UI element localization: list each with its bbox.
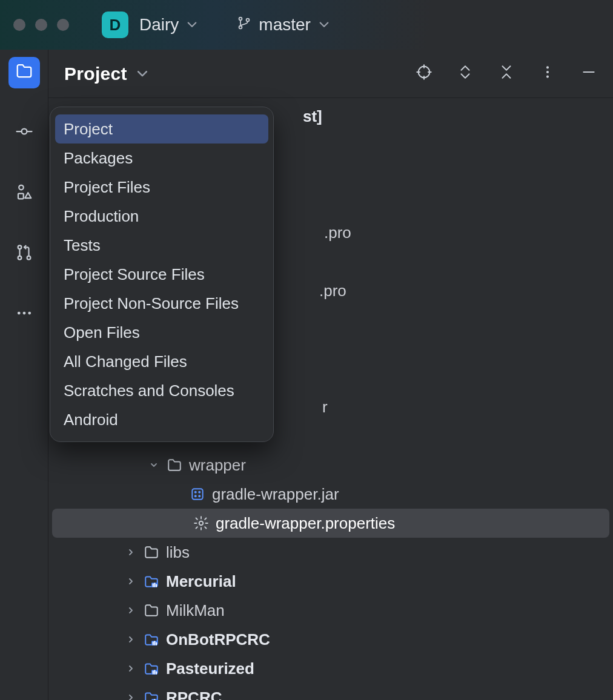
tree-row-label: Pasteurized (166, 659, 254, 678)
tree-row[interactable]: Pasteurized (48, 654, 613, 683)
git-branch-icon (237, 15, 251, 35)
module-icon (143, 632, 160, 647)
expand-collapse-button[interactable] (456, 64, 475, 84)
module-icon (143, 690, 160, 700)
module-icon (143, 573, 160, 589)
git-branch-dropdown[interactable]: master (237, 15, 330, 35)
project-panel-header: Project (48, 50, 613, 98)
tree-twisty-icon[interactable] (125, 693, 137, 700)
tree-twisty-icon[interactable] (125, 635, 137, 644)
folder-icon (15, 62, 33, 84)
jar-icon (189, 486, 206, 502)
left-toolwindow-bar (0, 50, 48, 700)
pull-requests-tool-button[interactable] (8, 239, 40, 270)
module-icon (143, 661, 160, 676)
tree-row-label: RPCRC (166, 688, 222, 700)
svg-point-29 (199, 521, 204, 526)
tree-row-label: gradle-wrapper.properties (216, 514, 395, 533)
tree-row-label: wrapper (189, 456, 246, 475)
view-menu-item[interactable]: Project Non-Source Files (55, 289, 268, 318)
collapse-all-button[interactable] (497, 64, 516, 84)
view-menu-item[interactable]: Packages (55, 144, 268, 173)
svg-point-22 (547, 76, 548, 77)
svg-point-27 (195, 496, 196, 497)
view-menu-item[interactable]: Scratches and Consoles (55, 376, 268, 405)
svg-point-3 (21, 129, 27, 134)
tree-fragment-label: .pro (319, 282, 346, 300)
svg-point-6 (19, 185, 24, 190)
chevron-down-icon (136, 64, 149, 84)
crosshair-icon (416, 64, 432, 84)
window-controls (13, 19, 69, 31)
svg-point-12 (18, 312, 20, 314)
tree-row[interactable]: RPCRC (48, 683, 613, 700)
tree-twisty-icon[interactable] (125, 606, 137, 615)
select-opened-file-button[interactable] (414, 64, 434, 84)
more-tools-button[interactable] (8, 299, 40, 331)
tree-row[interactable]: gradle-wrapper.jar (48, 480, 613, 509)
tree-twisty-icon[interactable] (125, 547, 137, 557)
svg-point-14 (28, 312, 30, 314)
svg-point-13 (23, 312, 25, 314)
tree-fragment-label: r (322, 398, 328, 417)
view-menu-item[interactable]: Project Files (55, 173, 268, 202)
folder-icon (143, 544, 160, 560)
collapse-all-icon (499, 64, 514, 84)
more-vertical-icon (540, 64, 555, 84)
tree-twisty-icon[interactable] (148, 460, 160, 470)
tree-row[interactable]: wrapper (48, 451, 613, 480)
project-view-selector[interactable]: Project (64, 64, 149, 84)
tree-row-label: libs (166, 543, 190, 562)
svg-point-25 (195, 492, 196, 493)
git-branch-label: master (259, 15, 311, 35)
tree-row-label: MilkMan (166, 601, 225, 620)
tree-row[interactable]: Mercurial (48, 567, 613, 596)
tree-row[interactable]: OnBotRPCRC (48, 625, 613, 654)
tree-row[interactable]: libs (48, 538, 613, 567)
view-menu-item[interactable]: Android (55, 405, 268, 434)
git-commit-icon (15, 122, 33, 144)
expand-collapse-icon (457, 64, 473, 84)
minimize-icon (581, 64, 597, 84)
window-zoom-dot[interactable] (57, 19, 69, 31)
tree-row-label: Mercurial (166, 572, 236, 591)
hide-panel-button[interactable] (579, 64, 598, 84)
view-menu-item[interactable]: All Changed Files (55, 347, 268, 376)
window-titlebar: D Dairy master (0, 0, 613, 50)
project-panel-actions (414, 64, 598, 84)
tree-row[interactable]: MilkMan (48, 596, 613, 625)
view-menu-item[interactable]: Tests (55, 231, 268, 260)
tree-row[interactable]: gradle-wrapper.properties (52, 509, 609, 538)
chevron-down-icon (318, 15, 330, 35)
structure-tool-button[interactable] (8, 178, 40, 210)
project-view-menu[interactable]: ProjectPackagesProject FilesProductionTe… (50, 107, 274, 442)
project-tool-button[interactable] (8, 57, 40, 88)
git-pull-request-icon (15, 243, 33, 265)
tree-row-label: OnBotRPCRC (166, 630, 270, 649)
svg-point-28 (199, 496, 200, 497)
project-badge: D (102, 12, 128, 38)
commit-tool-button[interactable] (8, 117, 40, 149)
panel-options-button[interactable] (538, 64, 557, 84)
view-menu-item[interactable]: Open Files (55, 318, 268, 347)
more-horizontal-icon (15, 304, 33, 326)
project-name-label: Dairy (139, 15, 179, 35)
folder-icon (166, 457, 183, 473)
tree-twisty-icon[interactable] (125, 664, 137, 673)
gear-icon (193, 515, 210, 531)
tree-twisty-icon[interactable] (125, 576, 137, 586)
svg-point-26 (199, 492, 200, 493)
view-menu-item[interactable]: Project (55, 114, 268, 144)
tree-row-label: gradle-wrapper.jar (212, 485, 339, 504)
svg-marker-8 (25, 193, 31, 198)
tree-fragment-label: st] (303, 107, 322, 126)
svg-rect-7 (18, 194, 24, 199)
view-menu-item[interactable]: Project Source Files (55, 260, 268, 289)
project-dropdown[interactable]: Dairy (139, 15, 198, 35)
project-panel-title: Project (64, 64, 127, 84)
window-close-dot[interactable] (13, 19, 25, 31)
svg-rect-24 (192, 489, 202, 500)
view-menu-item[interactable]: Production (55, 202, 268, 231)
window-minimize-dot[interactable] (35, 19, 47, 31)
structure-icon (15, 183, 33, 205)
